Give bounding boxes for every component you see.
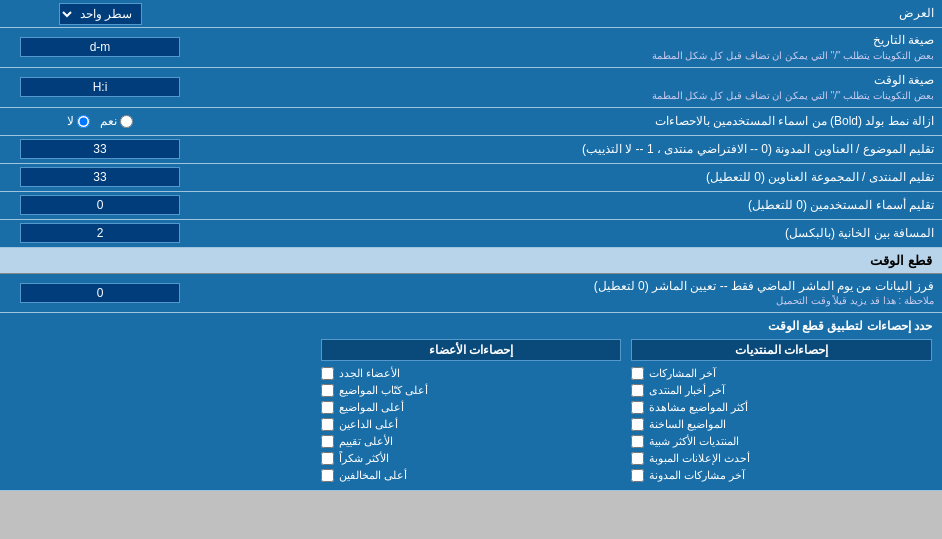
bold-remove-row: ازالة نمط بولد (Bold) من اسماء المستخدمي… <box>0 108 942 136</box>
cutoff-section-header: قطع الوقت <box>0 248 942 274</box>
bold-radio-group: نعم لا <box>67 114 133 128</box>
time-format-label: صيغة الوقت بعض التكوينات يتطلب "/" التي … <box>200 68 942 107</box>
entry-spacing-row: المسافة بين الخانية (بالبكسل) <box>0 220 942 248</box>
display-mode-row: العرض سطر واحد سطران ثلاثة أسطر <box>0 0 942 28</box>
checkbox-latest-classifieds[interactable] <box>631 452 644 465</box>
checkbox-forum-news[interactable] <box>631 384 644 397</box>
checkbox-top-referrers[interactable] <box>321 418 334 431</box>
stats-header-row: حدد إحصاءات لتطبيق قطع الوقت <box>10 319 932 333</box>
list-item: المواضيع الساخنة <box>631 416 932 433</box>
cutoff-days-label: فرز البيانات من يوم الماشر الماضي فقط --… <box>200 274 942 313</box>
time-format-value[interactable] <box>0 68 200 107</box>
forum-header-trim-value[interactable] <box>0 164 200 191</box>
display-mode-label: العرض <box>200 0 942 27</box>
bold-radio-no[interactable] <box>77 115 90 128</box>
stats-col-members-header: إحصاءات الأعضاء <box>321 339 622 361</box>
checkbox-last-posts[interactable] <box>631 367 644 380</box>
checkbox-most-viewed[interactable] <box>631 401 644 414</box>
main-container: العرض سطر واحد سطران ثلاثة أسطر صيغة الت… <box>0 0 942 491</box>
topic-title-trim-row: تقليم الموضوع / العناوين المدونة (0 -- ا… <box>0 136 942 164</box>
topic-title-trim-value[interactable] <box>0 136 200 163</box>
entry-spacing-input[interactable] <box>20 223 180 243</box>
forum-header-trim-row: تقليم المنتدى / المجموعة العناوين (0 للت… <box>0 164 942 192</box>
bold-remove-value: نعم لا <box>0 108 200 135</box>
checkbox-top-infractors[interactable] <box>321 469 334 482</box>
list-item: أعلى المخالفين <box>321 467 622 484</box>
date-format-value[interactable] <box>0 28 200 67</box>
list-item: الأعضاء الجدد <box>321 365 622 382</box>
stats-col-posts: إحصاءات المنتديات آخر المشاركات آخر أخبا… <box>631 339 932 484</box>
forum-header-trim-label: تقليم المنتدى / المجموعة العناوين (0 للت… <box>200 164 942 191</box>
list-item: أعلى الداعين <box>321 416 622 433</box>
checkbox-most-popular-forums[interactable] <box>631 435 644 448</box>
forum-header-trim-input[interactable] <box>20 167 180 187</box>
bold-radio-yes[interactable] <box>120 115 133 128</box>
stats-header-label: حدد إحصاءات لتطبيق قطع الوقت <box>10 319 932 333</box>
stats-col-members: إحصاءات الأعضاء الأعضاء الجدد أعلى كتّاب… <box>321 339 622 484</box>
usernames-trim-value[interactable] <box>0 192 200 219</box>
usernames-trim-label: تقليم أسماء المستخدمين (0 للتعطيل) <box>200 192 942 219</box>
cutoff-days-row: فرز البيانات من يوم الماشر الماضي فقط --… <box>0 274 942 314</box>
display-mode-select[interactable]: سطر واحد سطران ثلاثة أسطر <box>59 3 142 25</box>
cutoff-days-input[interactable] <box>20 283 180 303</box>
time-format-input[interactable] <box>20 77 180 97</box>
list-item: الأكثر شكراً <box>321 450 622 467</box>
list-item: آخر مشاركات المدونة <box>631 467 932 484</box>
checkbox-hot-topics[interactable] <box>631 418 644 431</box>
bold-radio-yes-label[interactable]: نعم <box>100 114 133 128</box>
checkbox-last-blog-posts[interactable] <box>631 469 644 482</box>
checkbox-top-posters[interactable] <box>321 384 334 397</box>
list-item: أعلى المواضيع <box>321 399 622 416</box>
list-item: أكثر المواضيع مشاهدة <box>631 399 932 416</box>
bold-remove-label: ازالة نمط بولد (Bold) من اسماء المستخدمي… <box>200 108 942 135</box>
cutoff-days-value[interactable] <box>0 274 200 313</box>
checkbox-top-threads[interactable] <box>321 401 334 414</box>
topic-title-trim-input[interactable] <box>20 139 180 159</box>
usernames-trim-input[interactable] <box>20 195 180 215</box>
entry-spacing-label: المسافة بين الخانية (بالبكسل) <box>200 220 942 247</box>
checkbox-new-members[interactable] <box>321 367 334 380</box>
date-format-label: صيغة التاريخ بعض التكوينات يتطلب "/" الت… <box>200 28 942 67</box>
time-format-row: صيغة الوقت بعض التكوينات يتطلب "/" التي … <box>0 68 942 108</box>
topic-title-trim-label: تقليم الموضوع / العناوين المدونة (0 -- ا… <box>200 136 942 163</box>
stats-section: حدد إحصاءات لتطبيق قطع الوقت إحصاءات الم… <box>0 313 942 491</box>
stats-col-empty <box>10 339 311 484</box>
list-item: آخر المشاركات <box>631 365 932 382</box>
display-mode-value[interactable]: سطر واحد سطران ثلاثة أسطر <box>0 0 200 27</box>
checkbox-highest-rated[interactable] <box>321 435 334 448</box>
usernames-trim-row: تقليم أسماء المستخدمين (0 للتعطيل) <box>0 192 942 220</box>
checkbox-most-thanked[interactable] <box>321 452 334 465</box>
list-item: الأعلى تقييم <box>321 433 622 450</box>
stats-columns: إحصاءات المنتديات آخر المشاركات آخر أخبا… <box>10 339 932 484</box>
list-item: المنتديات الأكثر شبية <box>631 433 932 450</box>
date-format-row: صيغة التاريخ بعض التكوينات يتطلب "/" الت… <box>0 28 942 68</box>
stats-col-posts-header: إحصاءات المنتديات <box>631 339 932 361</box>
entry-spacing-value[interactable] <box>0 220 200 247</box>
date-format-input[interactable] <box>20 37 180 57</box>
list-item: أعلى كتّاب المواضيع <box>321 382 622 399</box>
list-item: آخر أخبار المنتدى <box>631 382 932 399</box>
list-item: أحدث الإعلانات المبوبة <box>631 450 932 467</box>
bold-radio-no-label[interactable]: لا <box>67 114 90 128</box>
